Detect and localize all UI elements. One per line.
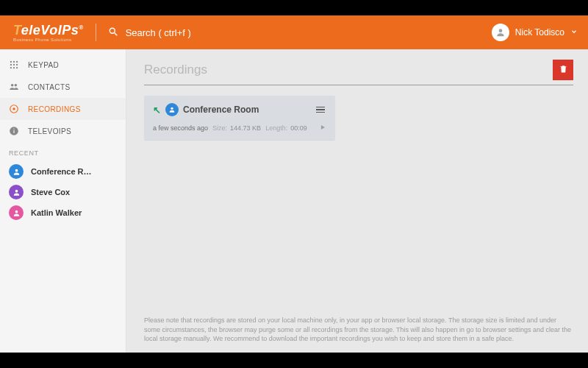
user-menu[interactable]: Nick Todisco <box>492 24 578 41</box>
recording-time: a few seconds ago <box>153 124 208 132</box>
length-value: 00:09 <box>290 124 307 132</box>
user-name: Nick Todisco <box>515 27 564 38</box>
svg-point-21 <box>15 210 18 213</box>
logo-text: TeleVoIPs® <box>13 24 84 37</box>
avatar-icon <box>9 205 24 220</box>
svg-point-8 <box>16 64 18 66</box>
play-button[interactable] <box>319 124 326 132</box>
sidebar-item-label: CONTACTS <box>28 83 70 91</box>
sidebar-item-label: TELEVOIPS <box>28 127 71 135</box>
recording-card: ↖ Conference Room a few seconds ago Size… <box>144 96 335 140</box>
search-icon <box>108 26 118 39</box>
sidebar-item-label: KEYPAD <box>28 61 59 69</box>
incoming-arrow-icon: ↖ <box>153 105 161 116</box>
main-content: Recordings ↖ Conference Room a few secon… <box>126 49 588 353</box>
logo-subtitle: Business Phone Solutions <box>13 38 84 42</box>
avatar-icon <box>165 103 179 116</box>
svg-rect-18 <box>13 129 14 130</box>
avatar-icon <box>9 185 24 199</box>
trash-icon <box>559 63 568 77</box>
recent-item[interactable]: Steve Cox <box>0 182 126 202</box>
user-avatar-icon <box>492 24 509 41</box>
svg-point-20 <box>15 189 18 192</box>
chevron-down-icon <box>570 27 578 38</box>
recording-name: Conference Room <box>183 105 310 115</box>
sidebar-item-label: RECORDINGS <box>28 105 81 113</box>
recent-item-label: Conference R… <box>31 167 92 176</box>
svg-point-15 <box>12 107 15 110</box>
app-header: TeleVoIPs® Business Phone Solutions Sear… <box>0 15 588 49</box>
svg-point-13 <box>15 84 17 87</box>
recent-item-label: Steve Cox <box>31 188 70 197</box>
sidebar-item-contacts[interactable]: CONTACTS <box>0 76 126 98</box>
sidebar-item-televoips[interactable]: TELEVOIPS <box>0 120 126 142</box>
delete-button[interactable] <box>553 60 573 80</box>
recent-item-label: Katlin Walker <box>31 208 82 217</box>
header-divider <box>96 24 96 41</box>
svg-point-5 <box>16 61 18 63</box>
keypad-icon <box>9 60 19 70</box>
info-icon <box>9 126 19 136</box>
svg-point-7 <box>13 64 15 66</box>
svg-point-22 <box>171 107 173 110</box>
svg-point-2 <box>499 29 503 32</box>
recent-item[interactable]: Conference R… <box>0 161 126 182</box>
svg-point-9 <box>10 67 12 68</box>
search-trigger[interactable]: Search ( ctrl+f ) <box>108 26 191 39</box>
svg-rect-17 <box>13 130 14 133</box>
sidebar-item-keypad[interactable]: KEYPAD <box>0 54 126 76</box>
search-label: Search ( ctrl+f ) <box>126 27 191 38</box>
logo: TeleVoIPs® Business Phone Solutions <box>13 24 84 42</box>
svg-point-10 <box>13 67 15 68</box>
avatar-icon <box>9 164 24 179</box>
svg-point-4 <box>13 61 15 63</box>
page-title: Recordings <box>144 63 553 77</box>
svg-point-19 <box>15 169 18 171</box>
svg-point-3 <box>10 61 12 63</box>
svg-point-11 <box>16 67 18 68</box>
sidebar-item-recordings[interactable]: RECORDINGS <box>0 98 126 120</box>
sidebar: KEYPAD CONTACTS RECORDINGS TELEVOIPS REC… <box>0 49 126 353</box>
play-icon <box>319 125 326 132</box>
recent-heading: RECENT <box>0 142 126 161</box>
title-underline <box>144 85 573 85</box>
record-icon <box>9 104 19 114</box>
contacts-icon <box>9 82 19 92</box>
footer-note: Please note that recordings are stored o… <box>144 310 573 347</box>
size-label: Size: <box>212 124 227 132</box>
card-menu-button[interactable] <box>315 105 326 115</box>
svg-line-1 <box>114 32 117 35</box>
svg-point-6 <box>10 64 12 66</box>
svg-point-0 <box>110 28 115 33</box>
length-label: Length: <box>265 124 287 132</box>
size-value: 144.73 KB <box>230 124 261 132</box>
recent-item[interactable]: Katlin Walker <box>0 202 126 223</box>
svg-point-12 <box>11 84 13 87</box>
